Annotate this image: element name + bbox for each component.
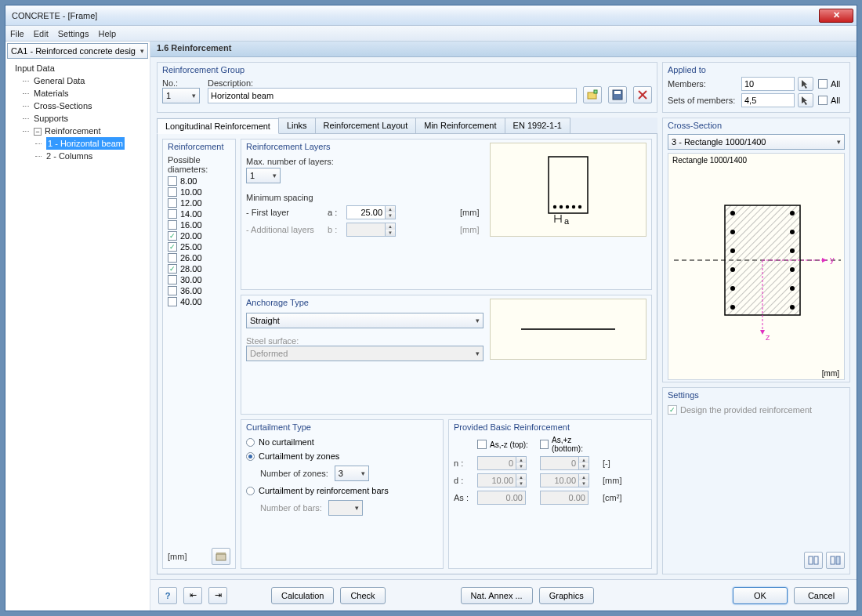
menu-file[interactable]: File: [10, 29, 24, 38]
svg-point-10: [560, 205, 563, 208]
all-sets-check[interactable]: All: [818, 96, 845, 105]
group-no-combo[interactable]: 1: [162, 88, 200, 103]
pick-members-button[interactable]: [798, 77, 813, 91]
curtailment-none-radio[interactable]: No curtailment: [246, 437, 438, 447]
pick-icon: [801, 96, 810, 105]
nat-annex-button[interactable]: Nat. Annex ...: [461, 587, 533, 604]
arrow-left-icon: ⇤: [190, 590, 197, 600]
diameter-option[interactable]: 16.00: [168, 219, 230, 230]
first-layer-spacing-input[interactable]: 25.00▲▼: [346, 205, 457, 219]
diameter-option[interactable]: ✓20.00: [168, 230, 230, 241]
prev-button[interactable]: ⇤: [183, 587, 202, 604]
svg-point-23: [730, 230, 735, 234]
settings-option-2-button[interactable]: [826, 552, 845, 569]
tab-links[interactable]: Links: [278, 118, 316, 133]
check-button[interactable]: Check: [340, 587, 385, 604]
tab-min[interactable]: Min Reinforcement: [415, 118, 505, 133]
diameter-option[interactable]: ✓28.00: [168, 263, 230, 274]
tab-longitudinal[interactable]: Longitudinal Reinforcement: [157, 118, 279, 134]
svg-rect-1: [594, 90, 597, 93]
delete-group-button[interactable]: [633, 86, 652, 103]
close-button[interactable]: ✕: [819, 9, 853, 23]
provided-reinforcement-box: Provided Basic Reinforcement As,-z (top)…: [448, 419, 652, 569]
cross-section-box: Cross-Section 3 - Rectangle 1000/1400 Re…: [662, 118, 850, 382]
svg-point-12: [572, 205, 575, 208]
library-icon: [216, 552, 226, 561]
members-input[interactable]: 10: [741, 77, 795, 91]
diameter-option[interactable]: 10.00: [168, 187, 230, 197]
tab-layout[interactable]: Reinforcement Layout: [315, 118, 417, 133]
footer-bar: ? ⇤ ⇥ Calculation Check Nat. Annex ... G…: [150, 579, 857, 611]
tree-materials[interactable]: Materials: [9, 87, 147, 100]
tree-crosssections[interactable]: Cross-Sections: [9, 100, 147, 112]
tree-reinforcement[interactable]: −Reinforcement: [9, 125, 147, 137]
checkbox-icon: ✓: [168, 242, 177, 252]
cross-section-combo[interactable]: 3 - Rectangle 1000/1400: [668, 134, 845, 150]
svg-point-11: [566, 205, 569, 208]
reinforcement-diameters-box: Reinforcement Possible diameters: 8.0010…: [162, 139, 236, 569]
svg-point-24: [730, 248, 735, 253]
menu-help[interactable]: Help: [98, 29, 116, 38]
diameter-option[interactable]: 26.00: [168, 252, 230, 263]
next-button[interactable]: ⇥: [208, 587, 227, 604]
help-icon: ?: [165, 591, 171, 600]
curtailment-zones-radio[interactable]: Curtailment by zones: [246, 451, 438, 461]
help-button[interactable]: ?: [158, 587, 177, 604]
diameter-option[interactable]: 14.00: [168, 208, 230, 219]
calculation-button[interactable]: Calculation: [271, 587, 334, 604]
diameter-library-button[interactable]: [212, 548, 230, 565]
case-combo[interactable]: CA1 - Reinforced concrete desig: [7, 43, 148, 59]
expander-icon[interactable]: −: [34, 128, 42, 136]
graphics-button[interactable]: Graphics: [539, 587, 594, 604]
d-top-input: 10.00▲▼: [477, 473, 537, 487]
settings-box: Settings ✓Design the provided reinforcem…: [662, 387, 850, 574]
tree-columns[interactable]: 2 - Columns: [9, 150, 147, 162]
as-top-check[interactable]: As,-z (top):: [477, 440, 537, 449]
diameter-list[interactable]: 8.0010.0012.0014.0016.00✓20.00✓25.0026.0…: [168, 174, 230, 545]
n-bottom-input: 0▲▼: [540, 456, 599, 470]
anchorage-type-combo[interactable]: Straight: [246, 313, 484, 328]
steel-surface-combo: Deformed: [246, 346, 484, 361]
ok-button[interactable]: OK: [733, 587, 788, 604]
pick-sets-button[interactable]: [798, 93, 813, 107]
diameter-option[interactable]: 30.00: [168, 274, 230, 285]
svg-point-31: [790, 267, 795, 272]
tree-general[interactable]: General Data: [9, 74, 147, 87]
save-group-button[interactable]: [608, 86, 627, 103]
svg-point-29: [790, 230, 795, 234]
menu-settings[interactable]: Settings: [58, 29, 89, 38]
svg-point-30: [790, 248, 795, 253]
panel-icon: [808, 556, 819, 565]
tree-root[interactable]: Input Data: [9, 62, 147, 74]
all-members-check[interactable]: All: [818, 79, 845, 89]
new-group-button[interactable]: [583, 86, 602, 103]
cancel-button[interactable]: Cancel: [794, 587, 849, 604]
svg-rect-42: [831, 556, 835, 564]
svg-text:y: y: [830, 255, 835, 264]
settings-option-1-button[interactable]: [804, 552, 823, 569]
diameter-option[interactable]: ✓25.00: [168, 241, 230, 252]
tree-supports[interactable]: Supports: [9, 112, 147, 125]
tree-horizontal-beam[interactable]: 1 - Horizontal beam: [9, 137, 147, 150]
curtailment-bars-radio[interactable]: Curtailment by reinforcement bars: [246, 486, 438, 495]
as-bottom-check[interactable]: As,+z (bottom):: [540, 436, 599, 453]
tab-en1992[interactable]: EN 1992-1-1: [505, 118, 570, 133]
as-top-output: 0.00: [477, 491, 526, 505]
svg-rect-8: [549, 157, 588, 213]
diameter-option[interactable]: 8.00: [168, 176, 230, 187]
diameter-option[interactable]: 36.00: [168, 285, 230, 296]
sets-input[interactable]: 4,5: [741, 93, 795, 107]
max-layers-combo[interactable]: 1: [246, 168, 281, 183]
nav-tree[interactable]: Input Data General Data Materials Cross-…: [5, 60, 150, 611]
diameter-option[interactable]: 12.00: [168, 197, 230, 208]
diameter-option[interactable]: 40.00: [168, 296, 230, 307]
anchorage-type-box: Anchorage Type Straight Steel surface: D…: [241, 295, 652, 415]
app-window: CONCRETE - [Frame] ✕ File Edit Settings …: [5, 5, 857, 611]
svg-marker-35: [822, 258, 827, 263]
description-input[interactable]: Horizontal beam: [208, 88, 577, 103]
checkbox-icon: [168, 286, 177, 295]
menu-edit[interactable]: Edit: [34, 29, 49, 38]
zones-count-combo[interactable]: 3: [335, 466, 369, 481]
svg-rect-6: [216, 554, 226, 560]
reinforcement-group-box: Reinforcement Group No.: 1 Description: …: [157, 62, 657, 113]
